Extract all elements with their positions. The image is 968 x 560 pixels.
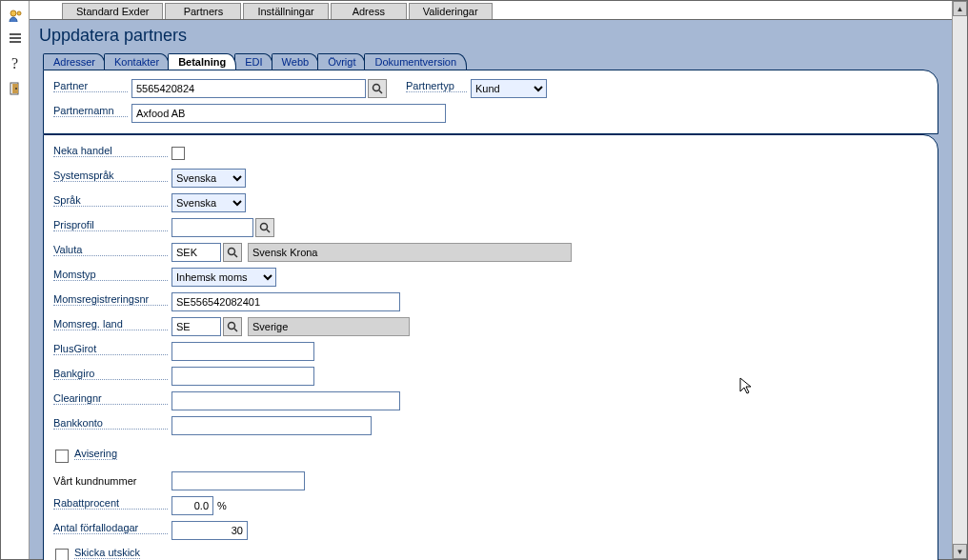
partner-header-panel: Partner Partnertyp Kund Partnernamn — [43, 70, 938, 134]
momstyp-select[interactable]: Inhemsk moms — [171, 268, 276, 287]
tab-kontakter[interactable]: Kontakter — [104, 53, 170, 70]
left-rail: ? — [1, 1, 30, 559]
valuta-label: Valuta — [53, 242, 168, 256]
momsreg-land-input[interactable] — [171, 317, 221, 336]
list-icon[interactable] — [8, 31, 23, 47]
partner-input[interactable] — [131, 79, 366, 98]
skicka-utskick-label: Skicka utskick — [74, 545, 140, 559]
tab-edi[interactable]: EDI — [234, 53, 272, 70]
partner-label: Partner — [53, 78, 128, 92]
top-tab-adress[interactable]: Adress — [331, 3, 407, 19]
top-tab-partners[interactable]: Partners — [165, 3, 241, 19]
betalning-form-panel: Neka handel Systemspråk Svenska Språk Sv… — [43, 134, 938, 560]
top-tabs: Standard Exder Partners Inställningar Ad… — [30, 1, 952, 20]
page-title: Uppdatera partners — [30, 20, 952, 53]
systemsprak-select[interactable]: Svenska — [171, 169, 246, 188]
rabatt-input[interactable] — [171, 496, 213, 515]
user-icon[interactable] — [8, 9, 23, 24]
inner-tabs: Adresser Kontakter Betalning EDI Webb Öv… — [30, 53, 952, 70]
bankgiro-input[interactable] — [171, 367, 314, 386]
plusgirot-input[interactable] — [171, 342, 314, 361]
svg-rect-4 — [10, 41, 21, 43]
svg-point-15 — [229, 323, 235, 330]
antal-forfall-input[interactable] — [171, 521, 248, 540]
scroll-down-button[interactable]: ▼ — [953, 544, 967, 559]
momsreg-land-description: Sverige — [248, 317, 410, 336]
partnernamn-label: Partnernamn — [53, 103, 128, 117]
content-area: Standard Exder Partners Inställningar Ad… — [30, 1, 952, 559]
sprak-label: Språk — [53, 192, 168, 207]
tab-betalning[interactable]: Betalning — [168, 53, 236, 70]
momsregnr-label: Momsregistreringsnr — [53, 291, 168, 306]
top-tab-valideringar[interactable]: Valideringar — [409, 3, 493, 19]
vart-kundnr-input[interactable] — [171, 471, 305, 490]
momsreg-land-label: Momsreg. land — [53, 316, 168, 330]
momsregnr-input[interactable] — [171, 292, 400, 311]
systemsprak-label: Systemspråk — [53, 168, 168, 182]
svg-point-0 — [10, 10, 16, 16]
svg-line-10 — [379, 90, 382, 93]
help-icon[interactable]: ? — [8, 54, 23, 73]
partnernamn-input[interactable] — [131, 104, 446, 123]
search-icon — [259, 222, 271, 233]
scroll-up-button[interactable]: ▲ — [953, 1, 967, 16]
bankgiro-label: Bankgiro — [53, 366, 168, 380]
valuta-description: Svensk Krona — [248, 243, 572, 262]
svg-point-8 — [15, 88, 17, 90]
bankkonto-label: Bankkonto — [53, 415, 168, 430]
svg-point-13 — [229, 249, 235, 255]
partner-lookup-button[interactable] — [368, 79, 387, 98]
vart-kundnr-label: Vårt kundnummer — [53, 475, 168, 487]
bankkonto-input[interactable] — [171, 416, 372, 435]
partnertyp-select[interactable]: Kund — [471, 79, 547, 98]
antal-forfall-label: Antal förfallodagar — [53, 520, 168, 534]
avisering-checkbox[interactable] — [55, 450, 69, 463]
search-icon — [227, 247, 238, 258]
momsreg-land-lookup-button[interactable] — [223, 317, 242, 336]
svg-point-9 — [373, 85, 380, 91]
skicka-utskick-checkbox[interactable] — [55, 549, 69, 560]
prisprofil-input[interactable] — [171, 218, 253, 237]
valuta-input[interactable] — [171, 243, 221, 262]
plusgirot-label: PlusGirot — [53, 341, 168, 355]
tab-dokumentversion[interactable]: Dokumentversion — [364, 53, 467, 70]
svg-point-11 — [261, 224, 268, 230]
vertical-scrollbar[interactable]: ▲ ▼ — [952, 1, 967, 559]
tab-ovrigt[interactable]: Övrigt — [317, 53, 366, 70]
valuta-lookup-button[interactable] — [223, 243, 242, 262]
top-tab-standard[interactable]: Standard Exder — [62, 3, 163, 19]
rabatt-label: Rabattprocent — [53, 495, 168, 510]
svg-rect-3 — [10, 37, 21, 39]
neka-handel-checkbox[interactable] — [171, 147, 185, 160]
svg-line-14 — [234, 254, 237, 257]
search-icon — [227, 321, 238, 332]
prisprofil-lookup-button[interactable] — [255, 218, 274, 237]
door-icon[interactable] — [8, 81, 23, 96]
svg-line-12 — [267, 230, 270, 232]
partnertyp-label: Partnertyp — [406, 78, 467, 92]
sprak-select[interactable]: Svenska — [171, 193, 246, 212]
avisering-label: Avisering — [74, 446, 117, 460]
top-tab-installningar[interactable]: Inställningar — [243, 3, 328, 19]
tab-adresser[interactable]: Adresser — [43, 53, 106, 70]
tab-webb[interactable]: Webb — [272, 53, 320, 70]
svg-text:?: ? — [11, 55, 18, 71]
svg-point-1 — [17, 11, 21, 15]
svg-line-16 — [234, 329, 237, 331]
momstyp-label: Momstyp — [53, 267, 168, 281]
search-icon — [372, 83, 383, 94]
neka-handel-label: Neka handel — [53, 143, 168, 157]
svg-rect-2 — [10, 33, 21, 35]
percent-symbol: % — [217, 500, 227, 511]
clearingnr-input[interactable] — [171, 391, 400, 410]
prisprofil-label: Prisprofil — [53, 217, 168, 231]
clearingnr-label: Clearingnr — [53, 390, 168, 405]
